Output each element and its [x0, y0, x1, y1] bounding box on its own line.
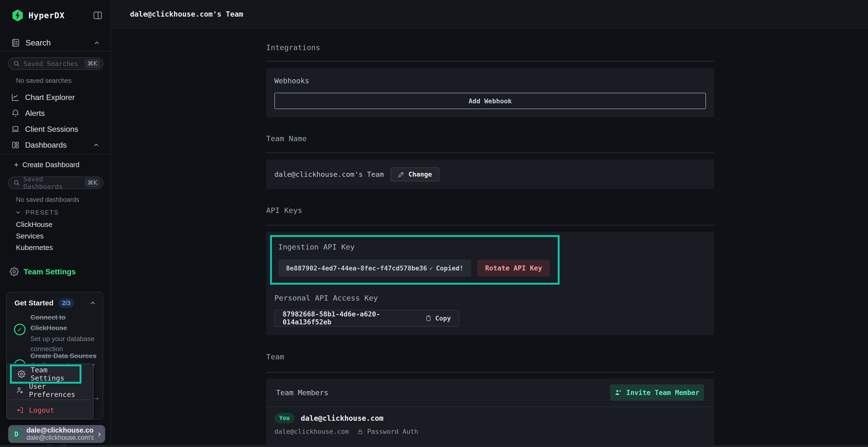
search-icon: [13, 179, 20, 186]
menu-item-user-preferences[interactable]: User Preferences: [10, 384, 90, 397]
sidebar-item-label: Client Sessions: [25, 125, 79, 134]
ingestion-key-chip[interactable]: 8e887902-4ed7-44ea-8fec-f47cd578be36 ✓ C…: [278, 260, 471, 276]
main-area: dale@clickhouse.com's Team Integrations …: [112, 0, 868, 447]
rotate-api-key-button[interactable]: Rotate API Key: [477, 260, 550, 276]
no-saved-dashboards-note: No saved dashboards: [16, 196, 79, 204]
menu-item-label: User Preferences: [29, 382, 90, 399]
sidebar-item-chart-explorer[interactable]: Chart Explorer: [0, 90, 111, 105]
lock-icon: [357, 428, 363, 435]
hyperdx-logo-icon: [11, 9, 24, 22]
page-title: dale@clickhouse.com's Team: [130, 10, 243, 18]
create-dashboard-label: Create Dashboard: [23, 161, 80, 169]
page-header: dale@clickhouse.com's Team: [112, 0, 868, 28]
copy-button[interactable]: Copy: [425, 314, 451, 322]
sidebar: HyperDX Search Saved Searches ⌘K No save…: [0, 0, 111, 447]
team-section-title: Team: [266, 352, 714, 361]
laptop-icon: [11, 125, 20, 133]
user-gear-icon: [16, 386, 24, 394]
search-section-header[interactable]: Search: [11, 36, 100, 49]
progress-badge: 2/3: [58, 298, 74, 308]
saved-dashboards-placeholder: Saved Dashboards: [23, 175, 81, 190]
bottom-edge-strip: [0, 445, 868, 447]
menu-item-logout[interactable]: Logout: [10, 404, 90, 416]
no-saved-searches-note: No saved searches: [16, 77, 72, 84]
preset-clickhouse[interactable]: ClickHouse: [16, 220, 93, 229]
section-divider: [266, 225, 714, 226]
annotation-highlight-team-settings: Team Settings: [10, 365, 82, 384]
saved-searches-input[interactable]: Saved Searches ⌘K: [8, 57, 103, 70]
sidebar-item-alerts[interactable]: Alerts: [0, 106, 111, 121]
sidebar-item-label: Chart Explorer: [25, 93, 75, 102]
pencil-icon: [398, 171, 405, 178]
copied-label: Copied!: [436, 265, 463, 272]
chevron-up-icon[interactable]: [93, 141, 100, 148]
chevron-right-icon: ›: [98, 429, 101, 439]
saved-dashboards-input[interactable]: Saved Dashboards ⌘K: [8, 176, 103, 189]
presets-toggle[interactable]: PRESETS: [15, 208, 87, 217]
get-started-step-title[interactable]: Connect to ClickHouse: [30, 312, 98, 333]
add-webhook-button[interactable]: Add Webhook: [274, 93, 706, 109]
section-divider: [266, 372, 714, 373]
ingestion-key-value: 8e887902-4ed7-44ea-8fec-f47cd578be36: [286, 265, 427, 272]
team-name-value: dale@clickhouse.com's Team: [274, 170, 384, 178]
logout-icon: [16, 406, 24, 414]
settings-content: Integrations Webhooks Add Webhook Team N…: [112, 28, 714, 447]
team-members-header: Team Members Invite Team Member: [266, 379, 714, 407]
change-label: Change: [408, 171, 432, 178]
user-chip-texts: dale@clickhouse.com dale@clickhouse.com'…: [27, 426, 94, 442]
user-menu-popup: Team Settings User Preferences Logout: [6, 364, 94, 419]
app-title: HyperDX: [28, 10, 65, 20]
gear-icon: [10, 267, 19, 276]
you-badge: You: [274, 413, 294, 423]
chevron-up-icon[interactable]: [89, 299, 96, 307]
sidebar-item-label: Alerts: [25, 109, 45, 118]
annotation-highlight-ingestion-key: Ingestion API Key 8e887902-4ed7-44ea-8fe…: [270, 235, 560, 285]
section-divider: [266, 153, 714, 153]
preset-label: Services: [16, 232, 44, 240]
person-plus-icon: [615, 389, 622, 396]
sidebar-team-settings-link[interactable]: Team Settings: [10, 266, 96, 277]
get-started-step-title[interactable]: Create Data Sources: [30, 351, 98, 361]
member-auth-method: Password Auth: [367, 428, 418, 435]
api-keys-section-title: API Keys: [266, 206, 714, 215]
menu-divider: [10, 400, 90, 400]
team-name-section-title: Team Name: [266, 134, 714, 143]
change-team-name-button[interactable]: Change: [391, 167, 439, 181]
team-member-row: You dale@clickhouse.com dale@clickhouse.…: [266, 407, 714, 435]
user-team: dale@clickhouse.com's: [27, 434, 94, 442]
invite-label: Invite Team Member: [626, 389, 699, 397]
member-email: dale@clickhouse.com: [274, 428, 349, 435]
user-email: dale@clickhouse.com: [27, 426, 94, 434]
team-settings-link-label: Team Settings: [24, 267, 76, 276]
menu-item-team-settings[interactable]: Team Settings: [12, 366, 80, 382]
personal-key-value: 87982668-58b1-4d6e-a620-014a136f52eb: [283, 310, 419, 326]
ingestion-key-label: Ingestion API Key: [278, 242, 558, 251]
get-started-header[interactable]: Get Started 2/3: [14, 298, 96, 308]
personal-key-chip[interactable]: 87982668-58b1-4d6e-a620-014a136f52eb Cop…: [274, 310, 459, 326]
api-keys-card: Ingestion API Key 8e887902-4ed7-44ea-8fe…: [266, 232, 714, 335]
plus-icon: +: [14, 161, 19, 169]
chart-icon: [11, 93, 20, 102]
create-dashboard-button[interactable]: + Create Dashboard: [14, 160, 96, 170]
chevron-up-icon[interactable]: [93, 39, 100, 46]
webhooks-card: Webhooks Add Webhook: [266, 68, 714, 117]
sidebar-item-client-sessions[interactable]: Client Sessions: [0, 122, 111, 137]
logo-row: HyperDX: [11, 9, 103, 22]
search-section-icon: [11, 38, 20, 47]
cmd-k-shortcut: ⌘K: [85, 59, 100, 68]
menu-item-label: Logout: [29, 406, 54, 414]
preset-kubernetes[interactable]: Kubernetes: [16, 243, 93, 252]
preset-services[interactable]: Services: [16, 231, 93, 241]
hyperdx-app: HyperDX Search Saved Searches ⌘K No save…: [0, 0, 868, 447]
bell-icon: [11, 109, 20, 117]
search-section-label: Search: [26, 38, 51, 47]
team-name-card: dale@clickhouse.com's Team Change: [266, 160, 714, 189]
collapse-sidebar-icon[interactable]: [93, 10, 103, 21]
section-divider: [266, 61, 714, 61]
sidebar-item-dashboards[interactable]: Dashboards: [0, 138, 111, 152]
user-profile-chip[interactable]: D dale@clickhouse.com dale@clickhouse.co…: [8, 425, 105, 443]
copy-label: Copy: [435, 314, 451, 322]
chevron-down-icon: [15, 209, 21, 215]
invite-team-member-button[interactable]: Invite Team Member: [610, 384, 704, 401]
sidebar-item-label: Dashboards: [25, 141, 67, 149]
